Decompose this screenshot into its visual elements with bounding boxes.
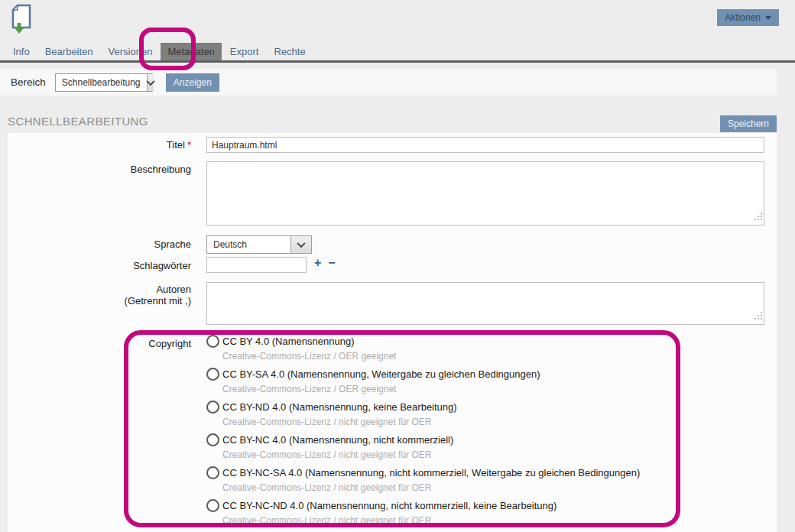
tab-info[interactable]: Info: [6, 43, 37, 60]
resize-grip-icon[interactable]: [754, 309, 762, 323]
actions-button-label: Aktionen: [725, 12, 761, 23]
resize-grip-icon[interactable]: [754, 209, 762, 223]
copyright-label: Copyright: [8, 338, 191, 349]
copyright-option-cc-by-sa: CC BY-SA 4.0 (Namensnennung, Weitergabe …: [206, 368, 640, 401]
save-button[interactable]: Speichern: [720, 115, 777, 132]
schlagwoerter-input[interactable]: [206, 257, 307, 273]
radio-button[interactable]: [206, 335, 219, 348]
titel-label: Titel*: [8, 139, 191, 151]
radio-label: CC BY-ND 4.0 (Namensnennung, keine Bearb…: [222, 401, 457, 413]
anzeigen-button[interactable]: Anzeigen: [166, 73, 219, 92]
radio-label: CC BY-NC 4.0 (Namensnennung, nicht komme…: [222, 434, 453, 446]
titel-input[interactable]: [206, 137, 764, 153]
beschreibung-textarea[interactable]: [206, 161, 764, 225]
schlagwoerter-label: Schlagwörter: [8, 260, 191, 271]
radio-button[interactable]: [206, 466, 219, 479]
radio-row[interactable]: CC BY-ND 4.0 (Namensnennung, keine Bearb…: [206, 401, 640, 414]
radio-button[interactable]: [206, 401, 219, 414]
section-title: SCHNELLBEARBEITUNG: [8, 115, 148, 128]
copyright-option-cc-by-nd: CC BY-ND 4.0 (Namensnennung, keine Bearb…: [206, 401, 640, 433]
radio-help-text: Creative-Commons-Lizenz / OER geeignet: [222, 384, 640, 394]
radio-label: CC BY 4.0 (Namensnennung): [222, 336, 354, 347]
sprache-select[interactable]: Deutsch: [206, 235, 312, 254]
bereich-label: Bereich: [11, 76, 46, 88]
schlagwoerter-actions: + −: [314, 256, 336, 270]
select-arrow-box[interactable]: [290, 236, 311, 253]
remove-icon[interactable]: −: [328, 256, 335, 270]
radio-button[interactable]: [206, 433, 219, 446]
autoren-label: Autoren (Getrennt mit ,): [8, 284, 191, 307]
radio-row[interactable]: CC BY-NC-SA 4.0 (Namensnennung, nicht ko…: [206, 466, 640, 479]
file-download-icon: [10, 4, 33, 37]
radio-help-text: Creative-Commons-Lizenz / nicht geeignet…: [222, 449, 640, 460]
radio-help-text: Creative-Commons-Lizenz / nicht geeignet…: [222, 515, 640, 526]
radio-label: CC BY-NC-ND 4.0 (Namensnennung, nicht ko…: [222, 500, 556, 511]
chevron-down-icon: [297, 239, 305, 248]
radio-label: CC BY-NC-SA 4.0 (Namensnennung, nicht ko…: [222, 467, 640, 478]
radio-row[interactable]: CC BY-SA 4.0 (Namensnennung, Weitergabe …: [206, 368, 640, 381]
radio-label: CC BY-SA 4.0 (Namensnennung, Weitergabe …: [222, 368, 540, 380]
radio-help-text: Creative-Commons-Lizenz / OER geeignet: [222, 351, 640, 362]
quick-edit-form: Titel* Beschreibung Sprache Deutsch Schl…: [8, 133, 777, 532]
autoren-textarea[interactable]: [206, 282, 764, 325]
tab-versionen[interactable]: Versionen: [102, 43, 160, 60]
caret-down-icon: [765, 16, 771, 20]
copyright-option-cc-by-nc-nd: CC BY-NC-ND 4.0 (Namensnennung, nicht ko…: [206, 499, 640, 532]
tab-bar-divider: [0, 60, 795, 63]
copyright-option-cc-by-nc: CC BY-NC 4.0 (Namensnennung, nicht komme…: [206, 433, 640, 466]
copyright-option-cc-by-nc-sa: CC BY-NC-SA 4.0 (Namensnennung, nicht ko…: [206, 466, 640, 499]
tab-rechte[interactable]: Rechte: [267, 43, 312, 60]
copyright-options: CC BY 4.0 (Namensnennung) Creative-Commo…: [206, 335, 640, 532]
sprache-label: Sprache: [8, 238, 191, 250]
metadata-page: Aktionen Info Bearbeiten Versionen Metad…: [0, 0, 795, 532]
tab-bearbeiten[interactable]: Bearbeiten: [38, 43, 100, 60]
required-marker: *: [187, 139, 191, 151]
bereich-toolbar: Bereich Schnellbearbeitung Anzeigen: [0, 69, 777, 96]
radio-help-text: Creative-Commons-Lizenz / nicht geeignet…: [222, 417, 640, 427]
tab-bar: Info Bearbeiten Versionen Metadaten Expo…: [0, 43, 795, 60]
chevron-down-icon: [146, 76, 154, 85]
tab-metadaten[interactable]: Metadaten: [161, 43, 221, 60]
radio-help-text: Creative-Commons-Lizenz / nicht geeignet…: [222, 482, 640, 493]
copyright-option-cc-by: CC BY 4.0 (Namensnennung) Creative-Commo…: [206, 335, 640, 368]
bereich-select[interactable]: Schnellbearbeitung: [55, 73, 153, 92]
radio-button[interactable]: [206, 368, 219, 381]
actions-dropdown-button[interactable]: Aktionen: [717, 9, 779, 26]
select-arrow-box[interactable]: [147, 74, 154, 91]
tab-export[interactable]: Export: [223, 43, 266, 60]
radio-row[interactable]: CC BY-NC-ND 4.0 (Namensnennung, nicht ko…: [206, 499, 640, 512]
sprache-select-value: Deutsch: [207, 236, 290, 253]
radio-row[interactable]: CC BY-NC 4.0 (Namensnennung, nicht komme…: [206, 433, 640, 446]
add-icon[interactable]: +: [314, 256, 321, 270]
radio-button[interactable]: [206, 499, 219, 512]
beschreibung-label: Beschreibung: [8, 164, 191, 175]
radio-row[interactable]: CC BY 4.0 (Namensnennung): [206, 335, 640, 348]
bereich-select-value: Schnellbearbeitung: [56, 74, 147, 91]
